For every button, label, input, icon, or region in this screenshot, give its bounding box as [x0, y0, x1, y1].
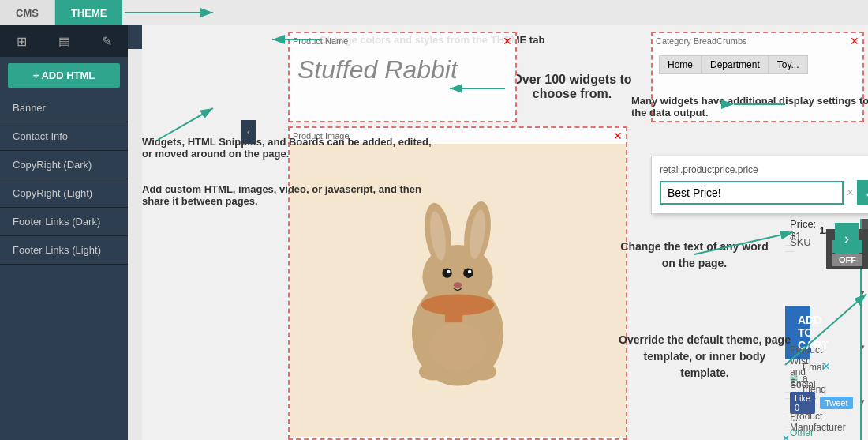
annotation-widgets: Widgets, HTML Snippets, and Boards can b… — [142, 136, 434, 160]
annotation-many-widgets: Many widgets have additional display set… — [631, 95, 868, 118]
sidebar-item-footer-links-dark[interactable]: Footer Links (Dark) — [0, 208, 128, 236]
theme-arrow-icon — [125, 3, 219, 22]
cms-tab[interactable]: CMS — [0, 0, 55, 25]
annotation-over100: Over 100 widgets to choose from. — [509, 73, 635, 101]
svg-point-10 — [447, 269, 450, 273]
rabbit-image-icon — [387, 192, 529, 389]
annotation-custom-html: Add custom HTML, images, video, or javas… — [142, 183, 434, 207]
sidebar-item-copyright-dark[interactable]: CopyRight (Dark) — [0, 151, 128, 179]
product-image-widget: Product Image ✕ — [288, 126, 627, 440]
sku-row: SKU — [785, 233, 795, 252]
svg-point-9 — [463, 268, 473, 278]
sidebar-collapse-button[interactable]: ‹ — [128, 25, 142, 49]
edit-icon[interactable]: ✎ — [85, 25, 128, 57]
annotation-change-text: Change the text of any word on the page. — [615, 239, 773, 272]
sidebar-item-contact-info[interactable]: Contact Info — [0, 122, 128, 151]
price-edit-input[interactable] — [660, 181, 844, 205]
category-header: Category BreadCrumbs ✕ — [653, 33, 862, 49]
price-edit-path-label: retail.productprice.price — [660, 164, 868, 175]
price-edit-input-row: × ✓ ✕ — [660, 180, 868, 205]
theme-tab[interactable]: THEME — [55, 0, 123, 25]
breadcrumb-toy[interactable]: Toy... — [769, 55, 808, 74]
other-products-row[interactable]: Other products by Safe First — [785, 424, 795, 440]
product-name-widget: Product Name ✕ Stuffed Rabbit — [288, 32, 517, 122]
sidebar: ⊞ ▤ ✎ + ADD HTML Banner Contact Info Cop… — [0, 25, 128, 440]
sidebar-item-banner[interactable]: Banner — [0, 94, 128, 122]
category-close-icon[interactable]: ✕ — [850, 35, 859, 47]
product-name-label: Product Name — [293, 36, 348, 46]
off-button[interactable]: OFF — [832, 254, 862, 266]
category-label: Category BreadCrumbs — [656, 36, 747, 46]
svg-point-8 — [442, 268, 452, 278]
sidebar-icon-row: ⊞ ▤ ✎ — [0, 25, 128, 57]
breadcrumb-department[interactable]: Department — [702, 55, 769, 74]
center-content: Change colors and styles from the THEME … — [142, 25, 868, 440]
breadcrumb: Home Department Toy... — [653, 49, 862, 81]
twitter-tweet-button[interactable]: Tweet — [820, 397, 852, 409]
svg-point-12 — [454, 282, 462, 288]
annotation-override-theme: Override the default theme, page templat… — [618, 332, 791, 382]
svg-point-17 — [468, 363, 496, 379]
add-html-button[interactable]: + ADD HTML — [8, 63, 120, 88]
svg-rect-14 — [445, 301, 462, 322]
product-name-close-icon[interactable]: ✕ — [503, 35, 512, 47]
config-body: Page Template Store Default Inner Templa… — [862, 243, 868, 437]
sidebar-collapse-btn[interactable]: ‹ — [241, 120, 256, 144]
table-icon[interactable]: ▤ — [43, 25, 85, 57]
product-title: Stuffed Rabbit — [290, 49, 515, 91]
svg-point-11 — [468, 269, 471, 273]
price-edit-confirm-button[interactable]: ✓ — [857, 180, 868, 205]
sidebar-item-footer-links-light[interactable]: Footer Links (Light) — [0, 236, 128, 265]
price-edit-clear-button[interactable]: × — [847, 186, 854, 200]
grid-icon[interactable]: ⊞ — [0, 25, 43, 57]
sku-label: SKU — [790, 236, 811, 248]
price-edit-popup: retail.productprice.price × ✓ ✕ ✕ ✎ — [651, 156, 868, 214]
expand-config-button[interactable]: › — [835, 223, 859, 254]
svg-point-16 — [419, 363, 447, 379]
sidebar-item-copyright-light[interactable]: CopyRight (Light) — [0, 179, 128, 208]
breadcrumb-home[interactable]: Home — [659, 55, 702, 74]
product-name-header: Product Name ✕ — [290, 33, 515, 49]
product-image-close-icon[interactable]: ✕ — [613, 130, 623, 142]
